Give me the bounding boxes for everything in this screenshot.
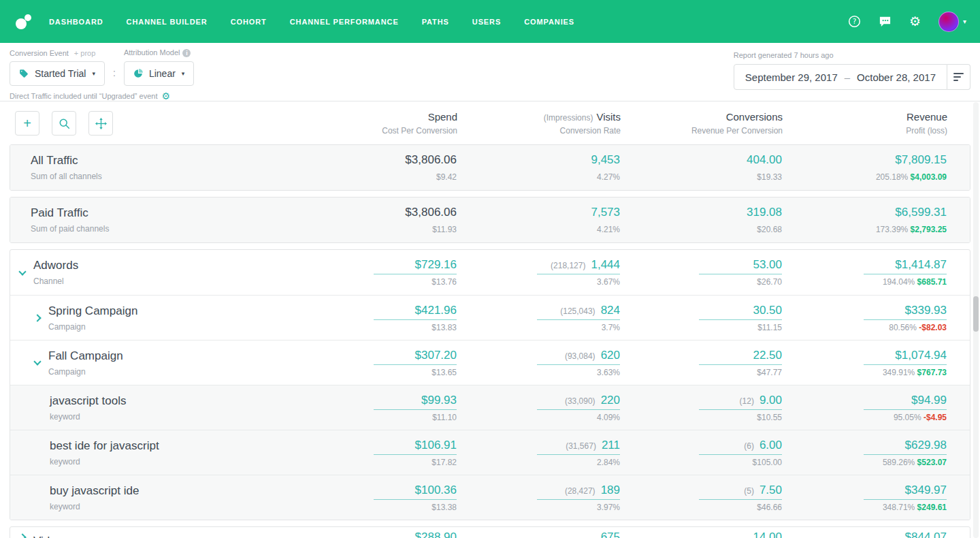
column-header-spend[interactable]: Spend Cost Per Conversion — [301, 111, 457, 136]
profit-amount: $2,793.25 — [911, 225, 947, 234]
visits-value[interactable]: 211 — [602, 439, 620, 452]
profit-amount: $249.61 — [917, 503, 947, 512]
visits-value[interactable]: 7,573 — [591, 206, 620, 219]
row-title[interactable]: Video — [33, 535, 64, 538]
nav-item-companies[interactable]: COMPANIES — [524, 18, 574, 26]
conversions-value[interactable]: 9.00 — [760, 394, 782, 407]
table-row[interactable]: Spring Campaign Campaign $421.96 $13.83 … — [10, 295, 970, 340]
add-prop-link[interactable]: + prop — [74, 49, 96, 57]
search-button[interactable] — [52, 111, 76, 136]
row-title[interactable]: All Traffic — [31, 154, 102, 168]
chat-icon[interactable] — [879, 15, 892, 28]
scrollbar-thumb[interactable] — [973, 296, 979, 332]
table-header: + Spend Cost Per Conversion (Impressions… — [0, 101, 980, 144]
report-options-button[interactable] — [947, 64, 970, 90]
conversions-value[interactable]: 22.50 — [753, 349, 782, 362]
plus-icon: + — [23, 116, 31, 130]
conversion-rate-value: 4.21% — [597, 225, 620, 234]
settings-gear-icon[interactable]: ⚙ — [909, 15, 921, 28]
table-row[interactable]: javascript tools keyword $99.93 $11.10 (… — [10, 385, 970, 430]
visits-value[interactable]: 9,453 — [591, 153, 620, 167]
column-header-visits[interactable]: (Impressions)Visits Conversion Rate — [457, 111, 621, 136]
column-header-revenue[interactable]: Revenue Profit (loss) — [783, 111, 947, 136]
conversions-value[interactable]: 7.50 — [760, 484, 782, 497]
revenue-value[interactable]: $1,074.94 — [895, 349, 947, 362]
table-row[interactable]: Adwords Channel $729.16 $13.76 (218,127)… — [10, 250, 970, 295]
visits-value[interactable]: 620 — [601, 349, 620, 362]
user-avatar[interactable] — [938, 12, 959, 32]
table-row[interactable]: Video Channel $288.90 675 14.00 $844.07 — [10, 527, 970, 538]
note-settings-gear-icon[interactable]: ⚙ — [161, 91, 170, 101]
row-title[interactable]: buy javascript ide — [50, 484, 139, 498]
scrollbar-track[interactable] — [973, 102, 979, 538]
row-title[interactable]: javascript tools — [50, 394, 126, 408]
conversions-value[interactable]: 404.00 — [747, 153, 782, 167]
visits-value[interactable]: 824 — [601, 304, 620, 317]
chevron-down-icon[interactable] — [18, 268, 26, 275]
conversion-event-dropdown[interactable]: Started Trial ▾ — [10, 61, 105, 86]
nav-item-channel-builder[interactable]: CHANNEL BUILDER — [127, 18, 208, 26]
visits-value[interactable]: 220 — [601, 394, 620, 407]
attribution-model-dropdown[interactable]: Linear ▾ — [124, 61, 194, 86]
spend-value[interactable]: $421.96 — [415, 304, 457, 317]
row-title[interactable]: Spring Campaign — [48, 304, 137, 318]
spend-value[interactable]: $288.90 — [415, 531, 457, 538]
revenue-value[interactable]: $339.93 — [905, 304, 947, 317]
date-range-picker[interactable]: September 29, 2017 – October 28, 2017 — [734, 64, 947, 90]
chevron-down-icon[interactable] — [33, 358, 41, 365]
row-name-cell: Fall Campaign Campaign — [10, 349, 300, 377]
table-row[interactable]: buy javascript ide keyword $100.36 $13.3… — [10, 475, 970, 520]
conversions-value[interactable]: 30.50 — [753, 304, 782, 317]
app-logo-icon[interactable] — [14, 12, 34, 32]
add-channel-button[interactable]: + — [15, 111, 39, 136]
nav-item-paths[interactable]: PATHS — [422, 18, 449, 26]
revenue-value[interactable]: $7,809.15 — [895, 153, 947, 167]
spend-cell: $288.90 — [300, 531, 457, 538]
revenue-value[interactable]: $94.99 — [911, 394, 947, 407]
reorder-button[interactable] — [88, 111, 113, 136]
chevron-right-icon[interactable] — [18, 533, 26, 538]
conversions-value[interactable]: 14.00 — [753, 531, 782, 538]
table-row[interactable]: Paid Traffic Sum of paid channels $3,806… — [10, 197, 970, 242]
conversions-value[interactable]: 319.08 — [747, 206, 782, 219]
revenue-value[interactable]: $629.98 — [905, 439, 947, 452]
conversions-value[interactable]: 53.00 — [753, 258, 782, 272]
nav-item-users[interactable]: USERS — [472, 18, 501, 26]
conversions-value[interactable]: 6.00 — [760, 439, 782, 452]
row-subtitle: Sum of paid channels — [31, 224, 109, 234]
revenue-cell: $6,599.31 173.39% $2,793.25 — [782, 206, 947, 234]
table-row[interactable]: Fall Campaign Campaign $307.20 $13.65 (9… — [10, 340, 970, 385]
nav-item-channel-performance[interactable]: CHANNEL PERFORMANCE — [290, 18, 399, 26]
spend-value: $3,806.06 — [405, 206, 457, 219]
revenue-value[interactable]: $6,599.31 — [895, 206, 947, 219]
user-menu[interactable]: ▾ — [938, 12, 966, 32]
revenue-value[interactable]: $844.07 — [905, 531, 947, 538]
nav-item-dashboard[interactable]: DASHBOARD — [49, 18, 103, 26]
info-icon[interactable]: i — [182, 49, 191, 57]
spend-value[interactable]: $729.16 — [415, 258, 457, 272]
profit-percent: 173.39% — [876, 225, 908, 234]
spend-value[interactable]: $307.20 — [415, 349, 457, 362]
table-row[interactable]: All Traffic Sum of all channels $3,806.0… — [10, 145, 970, 190]
revenue-cell: $844.07 — [782, 531, 947, 538]
table-row[interactable]: best ide for javascript keyword $106.91 … — [10, 430, 970, 475]
visits-value[interactable]: 675 — [601, 531, 620, 538]
row-title[interactable]: Paid Traffic — [31, 206, 109, 220]
visits-value[interactable]: 1,444 — [591, 258, 620, 272]
row-title[interactable]: Adwords — [33, 259, 78, 272]
row-subtitle: Sum of all channels — [31, 172, 102, 181]
chevron-right-icon[interactable] — [33, 314, 41, 321]
revenue-value[interactable]: $1,414.87 — [895, 258, 947, 272]
spend-value[interactable]: $99.93 — [421, 394, 457, 407]
profit-percent: 589.26% — [883, 458, 915, 467]
help-icon[interactable]: ? — [848, 15, 861, 28]
spend-value[interactable]: $100.36 — [415, 484, 457, 497]
row-title[interactable]: Fall Campaign — [48, 349, 123, 363]
revenue-value[interactable]: $349.97 — [905, 484, 947, 497]
row-title[interactable]: best ide for javascript — [50, 439, 159, 453]
column-header-conversions[interactable]: Conversions Revenue Per Conversion — [621, 111, 783, 136]
spend-value[interactable]: $106.91 — [415, 439, 457, 452]
row-name-cell: All Traffic Sum of all channels — [10, 154, 300, 181]
nav-item-cohort[interactable]: COHORT — [231, 18, 267, 26]
visits-value[interactable]: 189 — [601, 484, 620, 497]
